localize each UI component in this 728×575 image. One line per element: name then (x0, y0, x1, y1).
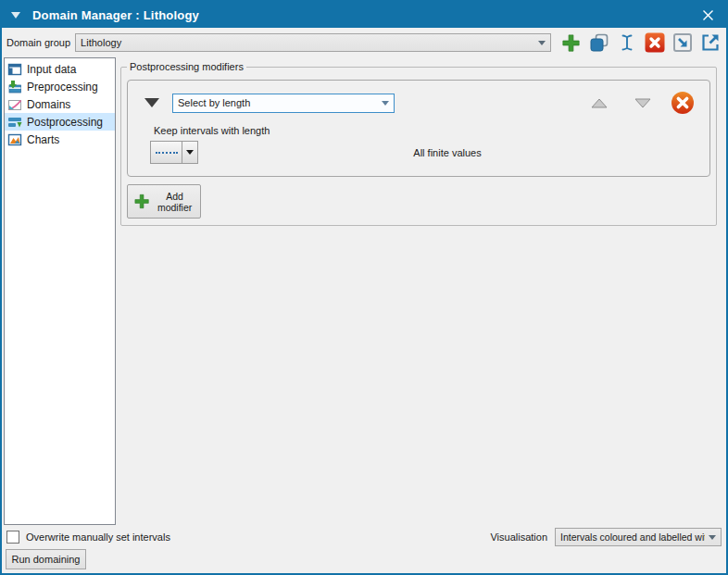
chevron-down-icon (538, 41, 546, 45)
sidebar-item-label: Domains (27, 98, 70, 111)
groupbox-title: Postprocessing modifiers (127, 61, 246, 72)
postprocessing-icon (7, 115, 22, 130)
plus-icon (133, 190, 150, 213)
preprocessing-icon (7, 80, 22, 94)
chevron-down-icon (382, 101, 389, 106)
popout-window-button[interactable] (698, 31, 722, 55)
charts-icon (7, 132, 22, 147)
sidebar-item-postprocessing[interactable]: Postprocessing (5, 113, 115, 131)
collapse-modifier-icon[interactable] (144, 98, 159, 107)
sidebar-item-label: Preprocessing (27, 81, 98, 94)
chevron-down-icon (709, 535, 716, 540)
title-bar: Domain Manager : Lithology (2, 2, 726, 28)
length-filter-row: All finite values (150, 141, 697, 164)
plus-icon (560, 32, 582, 54)
domain-group-label: Domain group (6, 37, 70, 48)
window-body: Input data Preprocessing Domains (2, 57, 726, 525)
window-title: Domain Manager : Lithology (32, 8, 199, 22)
domains-icon (7, 97, 22, 112)
sidebar-item-label: Charts (27, 133, 59, 146)
visualisation-value: Intervals coloured and labelled with com… (560, 531, 705, 543)
close-icon (702, 9, 714, 21)
domain-group-value: Lithology (81, 37, 534, 48)
domain-manager-window: Domain Manager : Lithology Domain group … (0, 0, 728, 575)
add-modifier-button[interactable]: Add modifier (127, 184, 201, 219)
range-hint-text: All finite values (198, 147, 697, 158)
add-domain-group-button[interactable] (559, 31, 583, 55)
footer-actions-row: Run domaining (6, 548, 722, 570)
popout-arrow-icon (699, 31, 722, 54)
run-domaining-button[interactable]: Run domaining (6, 549, 86, 569)
delete-domain-group-button[interactable] (643, 31, 666, 55)
visualisation-combobox[interactable]: Intervals coloured and labelled with com… (555, 528, 722, 546)
footer-options-row: Overwrite manually set intervals Visuali… (6, 527, 722, 547)
move-modifier-up-button[interactable] (591, 98, 608, 108)
dock-window-button[interactable] (671, 31, 694, 55)
duplicate-icon (588, 31, 610, 54)
chevron-down-icon (182, 142, 197, 163)
sidebar-item-input-data[interactable]: Input data (5, 60, 115, 78)
close-button[interactable] (689, 2, 726, 28)
interval-range-icon (151, 142, 182, 163)
window-menu-caret-icon[interactable] (11, 12, 20, 19)
modifier-type-combobox[interactable]: Select by length (172, 94, 395, 113)
overwrite-intervals-checkbox[interactable] (6, 531, 19, 544)
sidebar-item-charts[interactable]: Charts (5, 131, 115, 148)
postprocessing-panel: Postprocessing modifiers Select by lengt… (116, 57, 724, 525)
dock-arrow-icon (672, 31, 694, 54)
delete-icon (644, 31, 666, 54)
sidebar-nav: Input data Preprocessing Domains (4, 57, 116, 525)
modifier-card: Select by length (127, 80, 710, 177)
rename-cursor-icon (616, 31, 638, 54)
interval-length-combobox[interactable] (150, 141, 198, 164)
postprocessing-modifiers-groupbox: Postprocessing modifiers Select by lengt… (120, 61, 717, 226)
duplicate-domain-group-button[interactable] (587, 31, 610, 55)
footer: Overwrite manually set intervals Visuali… (2, 525, 726, 573)
toolbar: Domain group Lithology (2, 28, 726, 57)
sidebar-item-preprocessing[interactable]: Preprocessing (5, 78, 115, 95)
keep-intervals-label: Keep intervals with length (154, 125, 697, 136)
overwrite-intervals-label: Overwrite manually set intervals (26, 531, 170, 543)
sidebar-item-label: Input data (27, 63, 76, 76)
sidebar-item-domains[interactable]: Domains (5, 95, 115, 113)
add-modifier-label: Add modifier (155, 191, 195, 213)
modifier-type-value: Select by length (178, 97, 378, 108)
delete-modifier-button[interactable] (671, 91, 695, 115)
domain-group-combobox[interactable]: Lithology (75, 33, 551, 52)
move-modifier-down-button[interactable] (634, 98, 651, 108)
sidebar-item-label: Postprocessing (27, 116, 103, 129)
visualisation-label: Visualisation (490, 531, 547, 543)
rename-domain-group-button[interactable] (615, 31, 638, 55)
modifier-header-row: Select by length (139, 91, 697, 115)
input-data-icon (7, 62, 22, 77)
run-domaining-label: Run domaining (12, 554, 81, 565)
